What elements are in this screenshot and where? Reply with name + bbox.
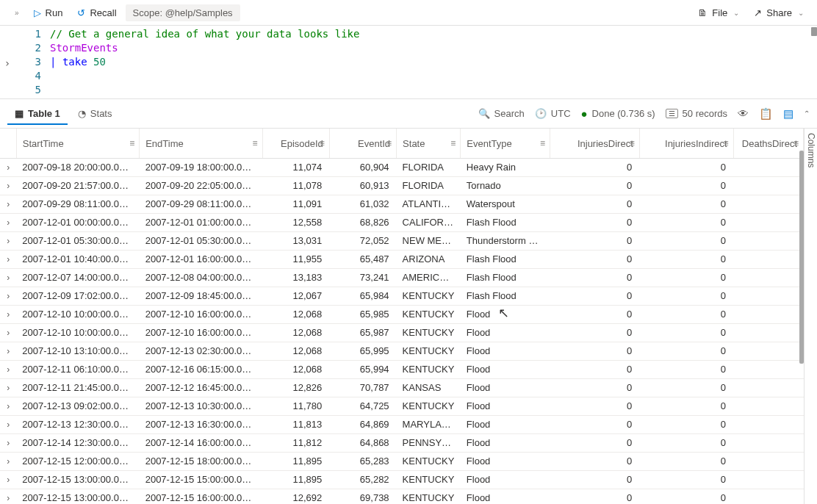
expand-row-icon[interactable]: › (0, 305, 16, 323)
cell: KENTUCKY (397, 489, 461, 504)
expand-row-icon[interactable]: › (0, 268, 16, 287)
filter-icon[interactable]: ≡ (253, 138, 258, 148)
preview-icon[interactable]: 👁 (738, 107, 749, 120)
column-header-EpisodeId[interactable]: EpisodeId≡ (262, 129, 329, 158)
column-header-EndTime[interactable]: EndTime≡ (140, 129, 262, 158)
expand-toolbar-button[interactable]: » (7, 6, 25, 20)
code-line[interactable]: | take 50 (50, 55, 817, 69)
cell: 12,826 (262, 378, 329, 397)
code-line[interactable]: StormEvents (50, 41, 817, 55)
table-row[interactable]: ›2007-12-09 17:02:00.00002007-12-09 18:4… (0, 287, 804, 305)
table-row[interactable]: ›2007-12-10 10:00:00.00002007-12-10 16:0… (0, 305, 804, 323)
code-line[interactable] (50, 83, 817, 97)
column-header-InjuriesIndirect[interactable]: InjuriesIndirect≡ (639, 129, 733, 158)
filter-icon[interactable]: ≡ (630, 138, 635, 148)
scope-selector[interactable]: Scope: @help/Samples (126, 4, 240, 21)
table-row[interactable]: ›2007-12-01 00:00:00.00002007-12-01 01:0… (0, 213, 804, 231)
table-row[interactable]: ›2007-12-11 21:45:00.00002007-12-12 16:4… (0, 378, 804, 397)
table-row[interactable]: ›2007-09-29 08:11:00.00002007-09-29 08:1… (0, 195, 804, 213)
file-menu[interactable]: 🗎 File ⌄ (692, 4, 745, 21)
table-row[interactable]: ›2007-12-07 14:00:00.00002007-12-08 04:0… (0, 268, 804, 287)
expand-row-icon[interactable]: › (0, 323, 16, 342)
column-header-DeathsDirect[interactable]: DeathsDirect≡ (733, 129, 803, 158)
expand-row-icon[interactable]: › (0, 415, 16, 433)
expand-row-icon[interactable]: › (0, 470, 16, 489)
scope-value: @help/Samples (165, 7, 233, 18)
column-header-expand[interactable] (0, 129, 16, 158)
table-row[interactable]: ›2007-09-18 20:00:00.00002007-09-19 18:0… (0, 158, 804, 176)
filter-icon[interactable]: ≡ (129, 138, 134, 148)
table-row[interactable]: ›2007-12-14 12:30:00.00002007-12-14 16:0… (0, 433, 804, 452)
table-row[interactable]: ›2007-12-15 12:00:00.00002007-12-15 18:0… (0, 452, 804, 470)
expand-row-icon[interactable]: › (0, 250, 16, 268)
cell: Flood (461, 305, 550, 323)
table-row[interactable]: ›2007-12-15 13:00:00.00002007-12-15 16:0… (0, 489, 804, 504)
cell: 2007-12-13 10:30:00.0000 (140, 397, 262, 415)
copy-icon[interactable]: 📋 (759, 107, 773, 120)
code-area[interactable]: // Get a general idea of what your data … (50, 27, 817, 98)
tab-table[interactable]: ▦ Table 1 (7, 104, 68, 125)
collapse-panel-icon[interactable]: ⌃ (804, 109, 810, 118)
table-row[interactable]: ›2007-12-11 06:10:00.00002007-12-16 06:1… (0, 360, 804, 378)
expand-row-icon[interactable]: › (0, 213, 16, 231)
table-row[interactable]: ›2007-12-13 09:02:00.00002007-12-13 10:3… (0, 397, 804, 415)
columns-panel-toggle[interactable]: Columns (804, 129, 817, 504)
tab-stats[interactable]: ◔ Stats (71, 104, 120, 125)
layout-icon[interactable]: ▤ (783, 107, 793, 120)
filter-icon[interactable]: ≡ (793, 138, 799, 148)
query-editor[interactable]: › 12345 // Get a general idea of what yo… (0, 26, 817, 99)
expand-row-icon[interactable]: › (0, 378, 16, 397)
column-header-EventType[interactable]: EventType≡ (461, 129, 550, 158)
file-label: File (712, 7, 727, 18)
table-row[interactable]: ›2007-09-20 21:57:00.00002007-09-20 22:0… (0, 176, 804, 195)
cell: KENTUCKY (397, 452, 461, 470)
cell: Flood (461, 433, 550, 452)
cell (733, 268, 803, 287)
query-status: ● Done (0.736 s) (581, 107, 655, 120)
column-header-InjuriesDirect[interactable]: InjuriesDirect≡ (550, 129, 640, 158)
expand-row-icon[interactable]: › (0, 195, 16, 213)
expand-row-icon[interactable]: › (0, 231, 16, 250)
table-row[interactable]: ›2007-12-15 13:00:00.00002007-12-15 15:0… (0, 470, 804, 489)
table-row[interactable]: ›2007-12-13 12:30:00.00002007-12-13 16:3… (0, 415, 804, 433)
code-line[interactable] (50, 69, 817, 83)
filter-icon[interactable]: ≡ (450, 138, 456, 148)
expand-row-icon[interactable]: › (0, 287, 16, 305)
search-button[interactable]: 🔍 Search (478, 108, 525, 119)
expand-row-icon[interactable]: › (0, 176, 16, 195)
code-line[interactable]: // Get a general idea of what your data … (50, 27, 817, 41)
cell: 65,994 (329, 360, 396, 378)
recall-button[interactable]: ↺ Recall (71, 4, 122, 21)
share-menu[interactable]: ↗ Share ⌄ (748, 4, 810, 21)
cell: 2007-12-13 02:30:00.0000 (140, 342, 262, 360)
column-header-StartTime[interactable]: StartTime≡ (16, 129, 139, 158)
column-header-State[interactable]: State≡ (397, 129, 461, 158)
filter-icon[interactable]: ≡ (320, 138, 325, 148)
collapse-editor-button[interactable]: › (0, 27, 15, 98)
timezone-button[interactable]: 🕑 UTC (535, 108, 571, 119)
expand-row-icon[interactable]: › (0, 158, 16, 176)
editor-scrollbar-thumb[interactable] (811, 27, 817, 36)
table-row[interactable]: ›2007-12-01 10:40:00.00002007-12-01 16:0… (0, 250, 804, 268)
filter-icon[interactable]: ≡ (724, 138, 729, 148)
column-label: InjuriesDirect (577, 138, 633, 149)
run-button[interactable]: ▷ Run (28, 4, 69, 21)
column-header-EventId[interactable]: EventId≡ (329, 129, 396, 158)
table-scrollbar[interactable] (796, 151, 804, 504)
tab-table-label: Table 1 (28, 108, 60, 119)
table-row[interactable]: ›2007-12-01 05:30:00.00002007-12-01 05:3… (0, 231, 804, 250)
table-row[interactable]: ›2007-12-10 10:00:00.00002007-12-10 16:0… (0, 323, 804, 342)
filter-icon[interactable]: ≡ (540, 138, 545, 148)
cell: 2007-12-01 16:00:00.0000 (140, 250, 262, 268)
cell: 2007-12-11 21:45:00.0000 (16, 378, 139, 397)
expand-row-icon[interactable]: › (0, 489, 16, 504)
expand-row-icon[interactable]: › (0, 452, 16, 470)
cell: 2007-12-15 16:00:00.0000 (140, 489, 262, 504)
cell: 2007-12-15 15:00:00.0000 (140, 470, 262, 489)
expand-row-icon[interactable]: › (0, 360, 16, 378)
expand-row-icon[interactable]: › (0, 397, 16, 415)
filter-icon[interactable]: ≡ (386, 138, 392, 148)
expand-row-icon[interactable]: › (0, 433, 16, 452)
expand-row-icon[interactable]: › (0, 342, 16, 360)
table-row[interactable]: ›2007-12-10 13:10:00.00002007-12-13 02:3… (0, 342, 804, 360)
